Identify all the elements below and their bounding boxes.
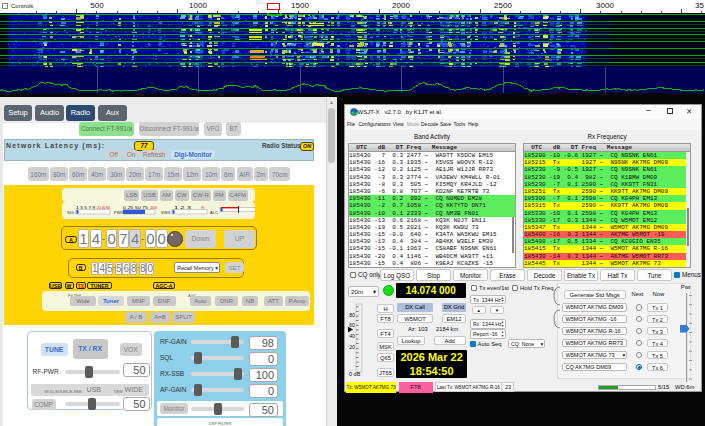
svg-text:SWR: SWR: [161, 210, 170, 215]
svg-text:∞: ∞: [201, 204, 205, 210]
svg-text:40: 40: [349, 333, 355, 339]
svg-text:100: 100: [150, 205, 158, 210]
svg-text:1 3 5 7 9: 1 3 5 7 9: [76, 205, 96, 210]
svg-text:80: 80: [349, 312, 355, 318]
svg-text:20: 20: [349, 344, 355, 350]
svg-text:PWR: PWR: [114, 210, 123, 215]
svg-text:60: 60: [349, 322, 355, 328]
svg-text:20 40 60: 20 40 60: [97, 205, 111, 210]
svg-text:ALC: ALC: [210, 210, 218, 215]
svg-text:0 25 50 75: 0 25 50 75: [123, 205, 149, 210]
svg-text:SIG: SIG: [67, 210, 74, 215]
svg-text:1 2 3: 1 2 3: [174, 205, 192, 210]
